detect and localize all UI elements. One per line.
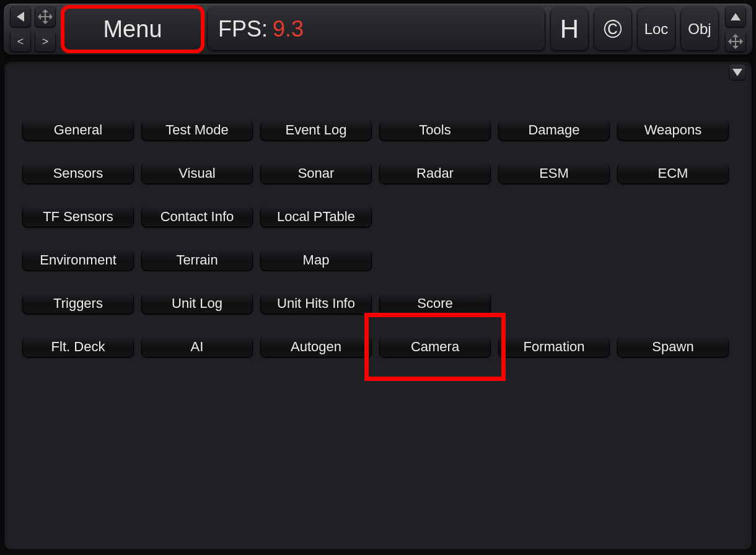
menu-weapons-button[interactable]: Weapons <box>617 120 729 141</box>
helper-c-button[interactable]: © <box>594 7 632 51</box>
nav-prev-button[interactable]: < <box>10 31 31 52</box>
nav-cluster: < > <box>10 6 56 52</box>
loc-label: Loc <box>644 20 669 38</box>
helper-h-button[interactable]: H <box>550 7 589 51</box>
menu-unit-hits-info-button[interactable]: Unit Hits Info <box>260 293 372 314</box>
move-button-2[interactable] <box>725 31 746 52</box>
scroll-up-button[interactable] <box>725 6 746 27</box>
menu-test-mode-button[interactable]: Test Mode <box>141 120 253 141</box>
menu-button[interactable]: Menu <box>63 7 202 51</box>
menu-flt-deck-button[interactable]: Flt. Deck <box>22 336 134 357</box>
menu-damage-button[interactable]: Damage <box>498 120 610 141</box>
menu-tools-button[interactable]: Tools <box>379 120 491 141</box>
menu-unit-log-button[interactable]: Unit Log <box>141 293 253 314</box>
menu-environment-button[interactable]: Environment <box>22 250 134 271</box>
menu-camera-button[interactable]: Camera <box>379 336 491 357</box>
arrow-left-icon <box>17 12 24 22</box>
menu-sensors-button[interactable]: Sensors <box>22 163 134 184</box>
fps-value: 9.3 <box>273 16 304 42</box>
menu-esm-button[interactable]: ESM <box>498 163 610 184</box>
loc-button[interactable]: Loc <box>637 7 675 51</box>
fps-display: FPS: 9.3 <box>207 7 545 51</box>
move-icon <box>730 36 741 47</box>
menu-triggers-button[interactable]: Triggers <box>22 293 134 314</box>
menu-contact-info-button[interactable]: Contact Info <box>141 206 253 227</box>
menu-autogen-button[interactable]: Autogen <box>260 336 372 357</box>
menu-local-ptable-button[interactable]: Local PTable <box>260 206 372 227</box>
menu-grid: GeneralTest ModeEvent LogToolsDamageWeap… <box>22 120 735 357</box>
menu-radar-button[interactable]: Radar <box>379 163 491 184</box>
right-nav-cluster <box>725 6 746 52</box>
menu-sonar-button[interactable]: Sonar <box>260 163 372 184</box>
obj-label: Obj <box>688 20 711 38</box>
menu-ai-button[interactable]: AI <box>141 336 253 357</box>
menu-formation-button[interactable]: Formation <box>498 336 610 357</box>
move-icon <box>40 11 51 22</box>
menu-visual-button[interactable]: Visual <box>141 163 253 184</box>
fps-label: FPS: <box>218 16 268 42</box>
helper-c-label: © <box>604 15 622 43</box>
menu-score-button[interactable]: Score <box>379 293 491 314</box>
obj-button[interactable]: Obj <box>680 7 719 51</box>
arrow-down-icon <box>732 69 742 76</box>
helper-h-label: H <box>560 14 579 44</box>
menu-map-button[interactable]: Map <box>260 250 372 271</box>
menu-terrain-button[interactable]: Terrain <box>141 250 253 271</box>
menu-spawn-button[interactable]: Spawn <box>617 336 729 357</box>
nav-next-button[interactable]: > <box>35 31 56 52</box>
nav-back-button[interactable] <box>10 6 31 27</box>
panel-collapse-button[interactable] <box>729 64 746 81</box>
top-toolbar: < > Menu FPS: 9.3 H © Loc Obj <box>4 4 752 55</box>
menu-general-button[interactable]: General <box>22 120 134 141</box>
menu-button-label: Menu <box>103 16 162 43</box>
arrow-up-icon <box>731 13 741 20</box>
menu-panel: GeneralTest ModeEvent LogToolsDamageWeap… <box>4 61 752 550</box>
menu-event-log-button[interactable]: Event Log <box>260 120 372 141</box>
move-button[interactable] <box>35 6 56 27</box>
menu-tf-sensors-button[interactable]: TF Sensors <box>22 206 134 227</box>
menu-ecm-button[interactable]: ECM <box>617 163 729 184</box>
